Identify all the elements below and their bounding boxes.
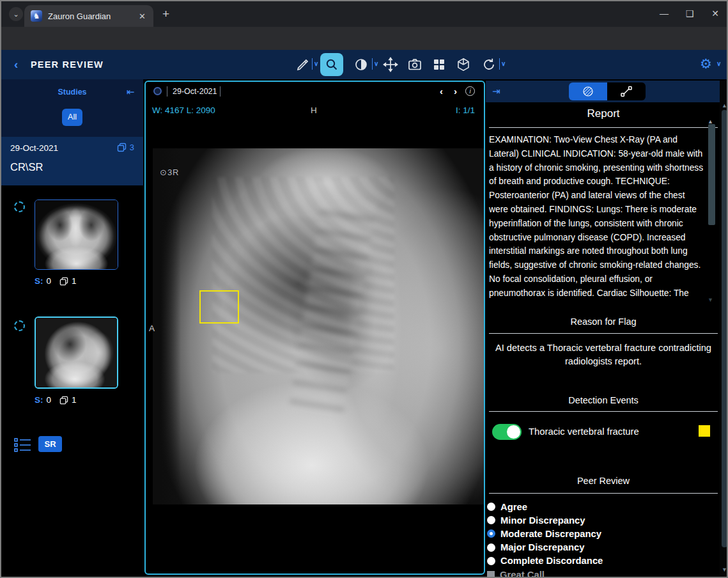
contrast-tool-chevron-icon[interactable]: ∨ [374, 60, 378, 67]
studies-title: Studies [1, 88, 143, 97]
option-great-call[interactable]: Great Call [487, 568, 717, 578]
series-status-circle-icon [14, 320, 25, 331]
lateral-chest-xray [153, 148, 484, 504]
peer-review-section-title: Peer Review [486, 476, 721, 486]
info-icon[interactable]: i [465, 86, 475, 96]
report-text[interactable]: EXAMINATION: Two-View Chest X-Ray (PA an… [489, 133, 705, 303]
measure-mode-button[interactable] [607, 82, 646, 100]
panel-mode-toggle [569, 82, 646, 100]
rotate-tool-chevron-icon[interactable]: ∨ [501, 60, 506, 67]
section-divider [489, 493, 718, 494]
overlay-divider [167, 86, 167, 97]
section-divider [489, 411, 718, 412]
detections-mode-button[interactable] [569, 82, 607, 100]
pan-tool[interactable] [383, 57, 398, 72]
settings-chevron-icon[interactable]: ∨ [716, 60, 721, 67]
study-series-count: 3 [117, 143, 134, 152]
sr-button[interactable]: SR [38, 436, 62, 452]
browser-tab[interactable]: ♞ Zauron Guardian ✕ [24, 5, 153, 27]
thumbnail-caption: S: 0 1 [35, 395, 77, 405]
study-date: 29-Oct-2021 [10, 143, 134, 153]
overlay-divider [220, 86, 221, 97]
option-major-discrepancy[interactable]: Major Discrepancy [487, 541, 717, 554]
detection-color-swatch[interactable] [699, 425, 710, 437]
toggle-knob [507, 425, 520, 439]
copies-icon [59, 396, 68, 405]
panel-scrollbar-thumb[interactable] [722, 110, 727, 547]
radio-icon[interactable] [487, 516, 495, 524]
option-minor-discrepancy[interactable]: Minor Discrepancy [487, 513, 717, 527]
lateral-xray-image [36, 318, 117, 387]
new-tab-button[interactable]: + [162, 6, 169, 22]
report-scroll-down-arrow[interactable]: ▼ [708, 297, 713, 303]
mpr-3d-cube-tool[interactable] [456, 57, 471, 72]
tool-divider [372, 58, 373, 70]
radio-icon[interactable] [487, 543, 495, 552]
series-status-circle-icon [14, 201, 25, 212]
next-image-arrow[interactable]: › [454, 86, 457, 97]
study-modality: CR\SR [10, 161, 134, 173]
thumbnail-lateral-chest-selected[interactable] [35, 316, 118, 389]
option-agree[interactable]: Agree [487, 500, 717, 513]
measure-tool-chevron-icon[interactable]: ∨ [314, 60, 318, 67]
thumbnail-pa-chest[interactable] [35, 199, 118, 270]
option-moderate-discrepancy-selected[interactable]: Moderate Discrepancy [487, 527, 717, 540]
copies-icon [59, 277, 68, 286]
report-section-title: Report [486, 107, 721, 120]
ai-detection-roi-box[interactable] [199, 290, 239, 324]
window-close-button[interactable]: ✕ [701, 1, 728, 26]
collapse-sidebar-icon[interactable]: ⇤ [127, 86, 135, 98]
app-header: ‹ PEER REVIEW ∨ ∨ ∨ ⚙ [1, 50, 727, 79]
reason-for-flag-text: AI detects a Thoracic vertebral fracture… [491, 341, 716, 368]
detection-section-title: Detection Events [486, 395, 721, 405]
panel-header: ⇥ [486, 81, 728, 102]
section-divider [489, 127, 718, 128]
app-back-chevron[interactable]: ‹ [14, 58, 18, 72]
capture-camera-tool[interactable] [407, 57, 422, 72]
tool-divider [499, 58, 500, 70]
image-viewport[interactable]: ⊙3R 29-Oct-2021 ‹ › i W: 4167 L: 2090 H … [144, 81, 485, 575]
tool-divider [312, 58, 313, 70]
measure-pencil-tool[interactable] [295, 57, 311, 72]
peer-review-options: Agree Minor Discrepancy Moderate Discrep… [487, 500, 717, 578]
rotate-tool[interactable] [481, 57, 497, 72]
section-divider [489, 333, 718, 334]
previous-image-arrow[interactable]: ‹ [440, 86, 443, 97]
favicon: ♞ [31, 10, 42, 22]
orientation-marker-h: H [311, 105, 317, 115]
settings-gear-icon[interactable]: ⚙ [700, 56, 712, 72]
detection-toggle-on[interactable] [492, 424, 522, 440]
browser-window: ⌄ ♞ Zauron Guardian ✕ + — ❑ ✕ ← → ⟳ zaur… [0, 0, 728, 578]
tab-strip: ⌄ ♞ Zauron Guardian ✕ + — ❑ ✕ [1, 1, 727, 27]
structured-report-list-icon [14, 437, 32, 453]
copies-icon [117, 143, 127, 152]
report-scrollbar-thumb[interactable] [708, 124, 715, 225]
panel-scrollbar[interactable]: ▲ ▼ [720, 81, 728, 578]
zoom-tool-active[interactable] [320, 53, 343, 76]
orientation-marker-a: A [149, 324, 155, 333]
radio-icon[interactable] [487, 557, 495, 565]
all-studies-button[interactable]: All [62, 109, 82, 126]
checkbox-icon[interactable] [487, 571, 495, 578]
panel-scroll-down-arrow[interactable]: ▼ [722, 566, 727, 573]
panel-scroll-up-arrow[interactable]: ▲ [722, 102, 727, 109]
thumbnail-caption: S: 0 1 [35, 276, 77, 286]
layout-grid-tool[interactable] [431, 57, 447, 72]
study-card[interactable]: 29-Oct-2021 3 CR\SR [1, 137, 143, 185]
image-index-readout: I: 1/1 [456, 105, 475, 115]
radio-selected-icon[interactable] [487, 529, 495, 538]
option-complete-discordance[interactable]: Complete Discordance [487, 554, 717, 568]
window-level-contrast-tool[interactable] [353, 57, 369, 72]
page-title: PEER REVIEW [31, 59, 104, 70]
radio-icon[interactable] [487, 503, 495, 511]
reason-section-title: Reason for Flag [486, 316, 721, 327]
window-level-readout: W: 4167 L: 2090 [152, 105, 215, 115]
pa-xray-image [35, 200, 118, 269]
tab-search-chevron-icon[interactable]: ⌄ [9, 7, 23, 21]
collapse-panel-icon[interactable]: ⇥ [492, 86, 500, 97]
tab-title: Zauron Guardian [48, 12, 137, 21]
series-indicator-circle-icon[interactable] [153, 87, 162, 95]
studies-sidebar: Studies ⇤ All 29-Oct-2021 3 CR\SR S: 0 1… [1, 79, 143, 575]
detection-label: Thoracic vertebral fracture [529, 426, 639, 437]
tab-close-icon[interactable]: ✕ [137, 12, 147, 21]
